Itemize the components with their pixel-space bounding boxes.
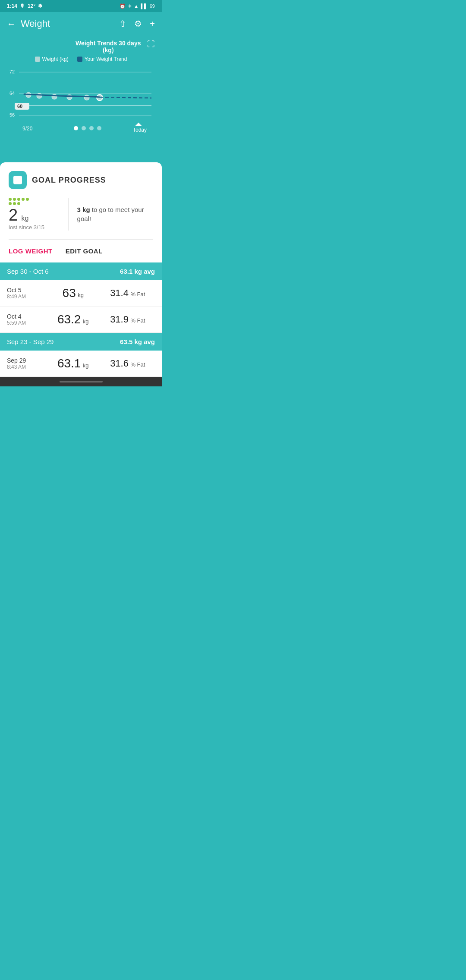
svg-text:56: 56 — [9, 112, 15, 117]
chart-section: Weight Trends 30 days (kg) ⛶ Weight (kg)… — [0, 35, 162, 162]
goal-to-go-amount: 3 kg — [77, 206, 90, 213]
entry-weight-value: 63.2 — [57, 313, 81, 326]
entry-weight-unit: kg — [83, 362, 89, 369]
add-button[interactable]: + — [150, 19, 155, 29]
chart-expand-button[interactable]: ⛶ — [147, 40, 155, 49]
entry-weight-value: 63 — [63, 286, 76, 300]
app-header: ← Weight ⇧ ⚙ + — [0, 12, 162, 35]
week-avg-1: 63.1 kg avg — [120, 268, 155, 275]
back-button[interactable]: ← — [7, 19, 16, 29]
goal-lost-section: 2 kg lost since 3/15 — [9, 198, 69, 231]
goal-actions: LOG WEIGHT EDIT GOAL — [9, 239, 153, 262]
svg-point-20 — [97, 126, 101, 130]
svg-point-17 — [74, 126, 78, 130]
share-button[interactable]: ⇧ — [119, 19, 126, 29]
goal-dot — [17, 198, 20, 201]
svg-text:72: 72 — [9, 69, 15, 74]
entry-datetime: Oct 5 8:49 AM — [7, 287, 46, 300]
entry-weight-unit: kg — [78, 292, 84, 298]
goal-dot — [9, 198, 12, 201]
legend-label-trend: Your Weight Trend — [85, 56, 127, 62]
svg-text:60: 60 — [17, 104, 22, 109]
svg-line-15 — [100, 97, 151, 98]
weather-icon: ❄ — [38, 3, 42, 9]
goal-header: GOAL PROGRESS — [9, 171, 153, 189]
goal-to-go-section: 3 kg to go to meet your goal! — [69, 198, 153, 231]
entry-datetime: Oct 4 5:59 AM — [7, 313, 46, 326]
signal-icon: ▌▌ — [141, 3, 148, 9]
edit-goal-button[interactable]: EDIT GOAL — [66, 247, 103, 255]
entry-time: 5:59 AM — [7, 320, 46, 326]
entry-fat: 31.9 % Fat — [101, 314, 155, 325]
entry-fat: 31.4 % Fat — [101, 288, 155, 299]
chart-svg-wrapper[interactable]: 72 64 56 60 9/20 — [7, 66, 155, 162]
entry-fat-value: 31.4 — [110, 288, 129, 298]
goal-kg-value: 2 — [9, 206, 18, 224]
entry-fat-unit: % Fat — [130, 317, 145, 324]
goal-dot — [13, 198, 16, 201]
weight-chart: 72 64 56 60 9/20 — [7, 66, 155, 161]
entry-time: 8:43 AM — [7, 364, 46, 370]
entry-date: Sep 29 — [7, 357, 46, 364]
entry-row[interactable]: Oct 4 5:59 AM 63.2 kg 31.9 % Fat — [0, 307, 162, 333]
goal-dot — [9, 202, 12, 205]
settings-button[interactable]: ⚙ — [134, 19, 142, 29]
status-bar: 1:14 🎙 12° ❄ ⏰ ✳ ▲ ▌▌ 69 — [0, 0, 162, 12]
page-title: Weight — [16, 18, 119, 29]
goal-kg-display: 2 kg — [9, 207, 60, 223]
entry-weight-unit: kg — [83, 318, 89, 325]
week-label-1: Sep 30 - Oct 6 — [7, 268, 49, 275]
svg-point-13 — [84, 95, 89, 100]
entry-datetime: Sep 29 8:43 AM — [7, 357, 46, 370]
goal-body: 2 kg lost since 3/15 3 kg to go to meet … — [9, 198, 153, 231]
status-left: 1:14 🎙 12° ❄ — [7, 3, 42, 9]
week-header-1: Sep 30 - Oct 6 63.1 kg avg — [0, 262, 162, 280]
chart-title: Weight Trends 30 days (kg) — [75, 40, 142, 54]
status-time: 1:14 — [7, 3, 17, 9]
svg-point-18 — [82, 126, 86, 130]
legend-label-weight: Weight (kg) — [42, 56, 69, 62]
alarm-icon: ⏰ — [120, 3, 126, 9]
goal-kg-unit: kg — [22, 215, 29, 222]
goal-dot — [26, 198, 29, 201]
svg-point-12 — [67, 95, 72, 100]
entry-date: Oct 4 — [7, 313, 46, 320]
goal-since-label: lost since 3/15 — [9, 224, 60, 231]
goal-icon-inner — [13, 176, 22, 184]
entry-time: 8:49 AM — [7, 294, 46, 300]
entry-weight: 63.1 kg — [46, 357, 101, 370]
entry-weight: 63 kg — [46, 286, 101, 300]
legend-dot-trend — [77, 57, 82, 62]
status-right: ⏰ ✳ ▲ ▌▌ 69 — [120, 3, 155, 9]
entry-fat-unit: % Fat — [130, 291, 145, 297]
entry-fat: 31.6 % Fat — [101, 358, 155, 369]
entry-date: Oct 5 — [7, 287, 46, 294]
svg-text:9/20: 9/20 — [22, 126, 33, 132]
entry-fat-value: 31.6 — [110, 358, 129, 369]
goal-dot — [13, 202, 16, 205]
mic-icon: 🎙 — [20, 3, 25, 9]
legend-dot-weight — [35, 57, 40, 62]
goal-dot — [17, 202, 20, 205]
goal-to-go-text: 3 kg to go to meet your goal! — [77, 205, 153, 223]
goal-progress-card: GOAL PROGRESS 2 kg lost since 3/15 3 kg — [0, 162, 162, 262]
entry-weight: 63.2 kg — [46, 313, 101, 326]
entries-section: Sep 30 - Oct 6 63.1 kg avg Oct 5 8:49 AM… — [0, 262, 162, 377]
legend-weight-kg: Weight (kg) — [35, 56, 69, 62]
entry-weight-value: 63.1 — [57, 357, 81, 370]
status-temp: 12° — [28, 3, 35, 9]
week-label-2: Sep 23 - Sep 29 — [7, 338, 54, 345]
svg-text:64: 64 — [9, 91, 15, 96]
goal-section-title: GOAL PROGRESS — [32, 176, 106, 185]
battery-level: 69 — [150, 3, 155, 9]
log-weight-button[interactable]: LOG WEIGHT — [9, 247, 53, 255]
home-indicator — [60, 381, 103, 383]
week-avg-2: 63.5 kg avg — [120, 338, 155, 345]
header-actions: ⇧ ⚙ + — [119, 19, 155, 29]
entry-row[interactable]: Sep 29 8:43 AM 63.1 kg 31.6 % Fat — [0, 351, 162, 377]
bottom-bar — [0, 377, 162, 386]
entry-row[interactable]: Oct 5 8:49 AM 63 kg 31.4 % Fat — [0, 280, 162, 307]
goal-dots — [9, 198, 30, 205]
bluetooth-icon: ✳ — [128, 3, 132, 9]
wifi-icon: ▲ — [134, 3, 139, 9]
